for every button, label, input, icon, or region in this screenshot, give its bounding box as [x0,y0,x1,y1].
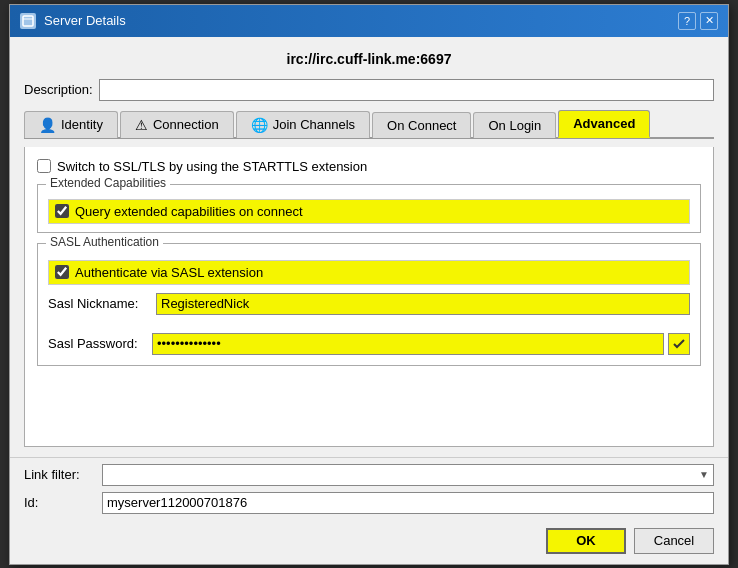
link-filter-dropdown[interactable]: ▼ [102,464,714,486]
advanced-tab-content: Switch to SSL/TLS by using the STARTTLS … [24,147,714,447]
tab-connection[interactable]: ⚠ Connection [120,111,234,138]
bottom-section: Link filter: ▼ Id: [10,457,728,520]
tab-on-connect[interactable]: On Connect [372,112,471,138]
tab-on-login[interactable]: On Login [473,112,556,138]
sasl-password-label: Sasl Password: [48,336,148,351]
close-button[interactable]: ✕ [700,12,718,30]
sasl-nickname-input[interactable] [156,293,690,315]
identity-icon: 👤 [39,117,56,133]
tab-on-connect-label: On Connect [387,118,456,133]
ok-button[interactable]: OK [546,528,626,554]
button-row: OK Cancel [10,520,728,564]
query-capabilities-row: Query extended capabilities on connect [48,199,690,224]
tab-on-login-label: On Login [488,118,541,133]
tab-advanced-label: Advanced [573,116,635,131]
cancel-button[interactable]: Cancel [634,528,714,554]
link-filter-label: Link filter: [24,467,94,482]
extended-capabilities-group: Extended Capabilities Query extended cap… [37,184,701,233]
id-input[interactable] [102,492,714,514]
connection-icon: ⚠ [135,117,148,133]
id-row: Id: [24,492,714,514]
checkmark-icon [673,338,685,350]
sasl-legend: SASL Authentication [46,235,163,249]
sasl-nickname-row: Sasl Nickname: [48,293,690,315]
dialog-title: Server Details [44,13,126,28]
link-filter-row: Link filter: ▼ [24,464,714,486]
tab-join-channels-label: Join Channels [273,117,355,132]
show-password-button[interactable] [668,333,690,355]
ssl-label: Switch to SSL/TLS by using the STARTTLS … [57,159,367,174]
title-bar-left: Server Details [20,13,126,29]
title-bar-controls: ? ✕ [678,12,718,30]
sasl-auth-checkbox[interactable] [55,265,69,279]
tab-advanced[interactable]: Advanced [558,110,650,138]
description-input[interactable] [99,79,714,101]
sasl-auth-label: Authenticate via SASL extension [75,265,263,280]
app-icon [20,13,36,29]
id-label: Id: [24,495,94,510]
server-details-dialog: Server Details ? ✕ irc://irc.cuff-link.m… [9,4,729,565]
title-bar: Server Details ? ✕ [10,5,728,37]
sasl-password-input[interactable] [152,333,664,355]
tab-connection-label: Connection [153,117,219,132]
help-button[interactable]: ? [678,12,696,30]
sasl-nickname-label: Sasl Nickname: [48,296,148,311]
svg-rect-0 [23,16,33,26]
ssl-row: Switch to SSL/TLS by using the STARTTLS … [37,159,701,174]
tab-bar: 👤 Identity ⚠ Connection 🌐 Join Channels … [24,109,714,139]
dropdown-arrow-icon: ▼ [699,469,709,480]
server-url: irc://irc.cuff-link.me:6697 [24,47,714,71]
sasl-group: SASL Authentication Authenticate via SAS… [37,243,701,366]
dialog-body: irc://irc.cuff-link.me:6697 Description:… [10,37,728,457]
extended-capabilities-legend: Extended Capabilities [46,176,170,190]
description-label: Description: [24,82,93,97]
sasl-auth-row: Authenticate via SASL extension [48,260,690,285]
ssl-checkbox[interactable] [37,159,51,173]
query-capabilities-label: Query extended capabilities on connect [75,204,303,219]
sasl-password-row: Sasl Password: [48,333,690,355]
join-channels-icon: 🌐 [251,117,268,133]
tab-identity[interactable]: 👤 Identity [24,111,118,138]
description-row: Description: [24,79,714,101]
query-capabilities-checkbox[interactable] [55,204,69,218]
tab-join-channels[interactable]: 🌐 Join Channels [236,111,370,138]
tab-identity-label: Identity [61,117,103,132]
